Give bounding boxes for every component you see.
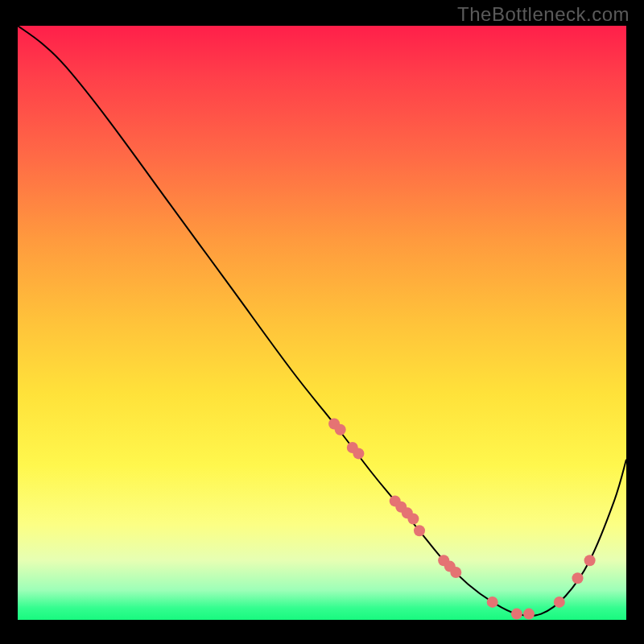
highlighted-point xyxy=(353,448,364,459)
bottleneck-curve xyxy=(18,26,626,616)
highlighted-point xyxy=(407,514,419,525)
chart-container: TheBottleneck.com xyxy=(0,0,644,644)
highlighted-point xyxy=(511,609,522,620)
highlighted-point xyxy=(572,572,584,584)
highlighted-point xyxy=(554,597,565,608)
highlighted-point xyxy=(523,609,535,620)
highlighted-point xyxy=(414,525,425,536)
highlighted-point xyxy=(450,567,461,578)
highlighted-points-group xyxy=(328,419,595,620)
highlighted-point xyxy=(335,424,346,436)
plot-area xyxy=(18,26,626,620)
highlighted-point xyxy=(487,597,498,608)
watermark-text: TheBottleneck.com xyxy=(457,3,630,26)
chart-svg xyxy=(18,26,626,620)
highlighted-point xyxy=(584,555,596,566)
